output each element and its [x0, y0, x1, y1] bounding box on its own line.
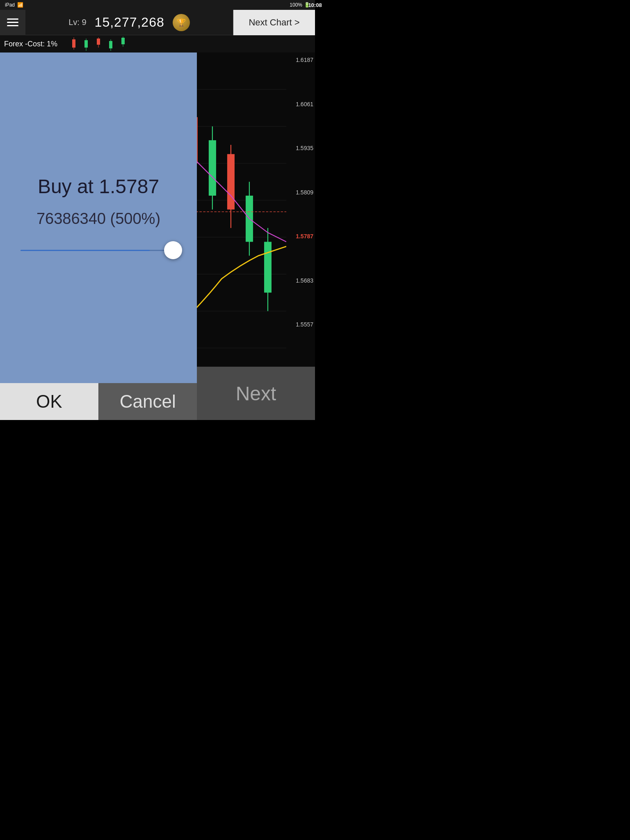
status-bar: iPad 📶 10:08 100% 🔋	[0, 0, 315, 10]
coin-symbol: 🏆	[177, 18, 186, 27]
status-time: 10:08	[308, 2, 315, 8]
ok-label: OK	[36, 391, 62, 412]
cancel-button[interactable]: Cancel	[98, 383, 197, 420]
header-bar: Lv: 9 15,277,268 🏆 Next Chart >	[0, 10, 315, 35]
next-button[interactable]: Next	[197, 367, 315, 420]
svg-rect-40	[209, 140, 216, 196]
next-label: Next	[236, 382, 276, 405]
slider-track	[21, 250, 176, 251]
hamburger-line-1	[7, 18, 18, 20]
buy-at-text: Buy at 1.5787	[38, 175, 159, 198]
price-label: 1.5935	[288, 145, 313, 151]
price-label: 1.5787	[288, 233, 313, 240]
svg-rect-7	[109, 41, 112, 48]
svg-rect-5	[97, 39, 100, 45]
svg-rect-9	[121, 38, 125, 44]
next-chart-label: Next Chart >	[249, 17, 299, 28]
ok-button[interactable]: OK	[0, 383, 98, 420]
main-content: 1.61871.60611.59351.58091.57871.56831.55…	[0, 52, 315, 420]
slider-fill	[21, 250, 150, 251]
price-label: 1.5809	[288, 189, 313, 196]
wifi-icon: 📶	[17, 2, 23, 8]
slider-container[interactable]	[12, 240, 185, 260]
forex-label: Forex -Cost: 1%	[4, 40, 57, 48]
price-label: 1.6187	[288, 57, 313, 63]
svg-rect-1	[72, 39, 75, 48]
price-label: 1.5557	[288, 321, 313, 328]
dialog-buttons: OK Cancel	[0, 383, 197, 420]
hamburger-line-3	[7, 25, 18, 26]
price-label: 1.5683	[288, 277, 313, 284]
status-right: 100% 🔋	[290, 2, 310, 8]
dialog-overlay: Buy at 1.5787 76386340 (500%) OK Cancel	[0, 52, 197, 420]
dialog-content: Buy at 1.5787 76386340 (500%)	[0, 52, 197, 383]
mini-chart-svg	[62, 35, 315, 52]
svg-rect-3	[84, 40, 88, 48]
price-labels: 1.61871.60611.59351.58091.57871.56831.55…	[286, 52, 315, 420]
battery-label: 100%	[290, 2, 302, 8]
header-info: Lv: 9 15,277,268 🏆	[25, 14, 233, 31]
mini-chart-area	[62, 35, 315, 52]
status-left: iPad 📶	[5, 2, 23, 8]
coin-icon: 🏆	[173, 14, 190, 31]
svg-rect-42	[227, 154, 235, 210]
price-label: 1.6061	[288, 101, 313, 107]
cancel-label: Cancel	[120, 391, 176, 412]
hamburger-line-2	[7, 22, 18, 23]
svg-rect-46	[264, 242, 272, 293]
next-chart-button[interactable]: Next Chart >	[233, 10, 315, 35]
level-badge: Lv: 9	[68, 18, 86, 27]
menu-button[interactable]	[0, 10, 25, 35]
slider-thumb[interactable]	[164, 241, 182, 259]
balance-display: 15,277,268	[95, 15, 164, 30]
amount-text: 76386340 (500%)	[37, 210, 160, 228]
device-label: iPad	[5, 2, 15, 8]
sub-header: Forex -Cost: 1%	[0, 35, 315, 52]
